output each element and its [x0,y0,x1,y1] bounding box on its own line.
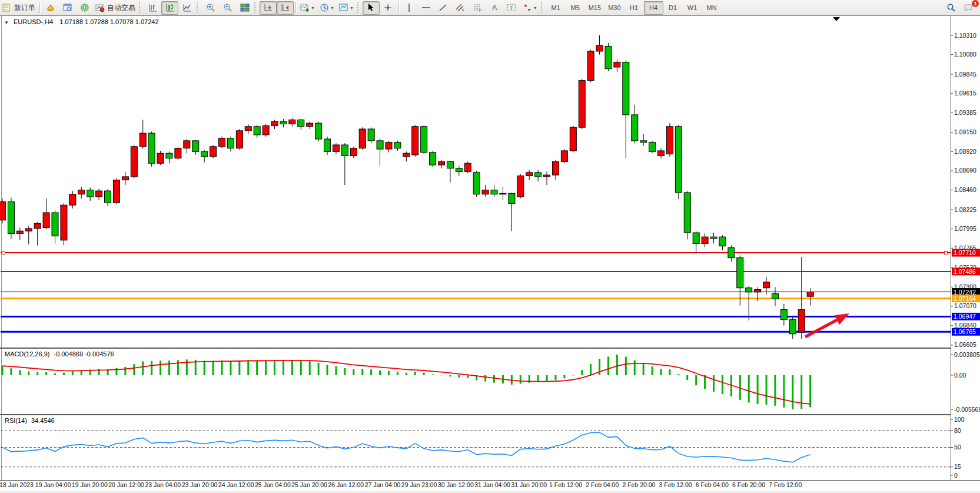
timeframe-button-h1[interactable]: H1 [624,1,644,15]
auto-trading-button[interactable]: 自动交易 [93,1,138,15]
candle [236,129,242,150]
hline-handle[interactable] [2,252,5,254]
equidistant-channel-tool-button[interactable]: E [452,1,469,15]
date-label: 31 Jan 20:00 [511,481,547,488]
chart-canvas[interactable]: 1.103101.100801.098451.096151.093851.091… [0,15,980,493]
svg-text:1.07070: 1.07070 [954,302,976,309]
date-label: 29 Jan 23:00 [401,481,437,488]
notification-count-badge: 1 [971,0,979,8]
timeframe-button-m15[interactable]: M15 [585,1,604,15]
svg-text:1.07995: 1.07995 [954,225,976,232]
text-tool-button[interactable]: A [486,1,503,15]
timeframe-button-m1[interactable]: M1 [546,1,566,15]
signals-button[interactable] [76,1,93,15]
chart-window[interactable]: 1.103101.100801.098451.096151.093851.091… [0,15,980,493]
timeframe-button-mn[interactable]: MN [702,1,722,15]
price-badge-1.07486: 1.07486 [952,267,980,275]
zoom-out-button[interactable] [219,1,236,15]
svg-text:1.06765: 1.06765 [954,328,976,335]
indicators-dropdown-arrow: ▼ [311,6,315,10]
horizontal-line-icon [421,3,431,12]
new-order-button[interactable]: 新订单 [0,1,38,15]
cursor-icon [366,3,376,12]
crosshair-tool-button[interactable] [380,1,397,15]
tile-windows-icon [240,3,250,12]
templates-button[interactable]: ▼ [337,1,356,15]
trendline-tool-button[interactable] [435,1,452,15]
timeframe-button-w1[interactable]: W1 [683,1,702,15]
price-badge-1.07710: 1.07710 [952,249,980,257]
arrows-tool-button[interactable]: ▼ [520,1,540,15]
date-label: 31 Jan 04:00 [474,481,510,488]
timeframe-group: M1M5M15M30H1H4D1W1MN [546,1,722,15]
periods-button[interactable]: ▼ [317,1,337,15]
svg-text:1.09615: 1.09615 [954,90,976,97]
macd-indicator-label: MACD(12,26,9) -0.004869 -0.004576 [5,350,114,358]
bar-chart-button[interactable] [144,1,161,15]
indicators-button[interactable]: ▼ [298,1,317,15]
svg-text:1.09385: 1.09385 [954,109,976,116]
candle [263,124,269,136]
notifications-button[interactable]: 1 [959,1,976,15]
rsi-value: 34.4546 [31,417,55,424]
svg-text:E: E [462,8,464,12]
svg-text:1.07710: 1.07710 [954,249,976,256]
date-label: 2 Feb 20:00 [622,481,655,488]
hline-handle[interactable] [945,252,948,254]
periods-dropdown-arrow: ▼ [330,6,334,10]
cursor-tool-button[interactable] [363,1,380,15]
price-badge-1.06947: 1.06947 [952,313,980,320]
candle [368,127,374,143]
fibonacci-tool-button[interactable]: F [469,1,486,15]
line-chart-button[interactable] [178,1,195,15]
horizontal-line-tool-button[interactable] [418,1,435,15]
date-label: 26 Jan 12:00 [328,481,364,488]
chart-shift-button[interactable] [277,1,294,15]
tile-windows-button[interactable] [236,1,253,15]
text-label-icon: T [507,3,516,12]
date-label: 27 Jan 04:00 [365,481,401,488]
svg-text:1.06947: 1.06947 [954,313,976,320]
candlestick-chart-button[interactable] [161,1,178,15]
signal-icon [80,3,89,12]
new-order-icon [2,3,12,12]
fibonacci-icon: F [473,3,482,12]
arrows-icon [523,3,532,12]
timeframe-button-m5[interactable]: M5 [566,1,585,15]
one-click-trading-collapse-icon[interactable]: ▼ [4,20,9,25]
auto-trading-label: 自动交易 [107,3,135,13]
rsi-indicator-label: RSI(14) 34.4546 [5,417,55,424]
chart-symbol-period: EURUSD-,H4 [14,18,53,25]
price-badge-1.07164: 1.07164 [952,295,980,302]
candle [587,49,594,82]
text-label-tool-button[interactable]: T [503,1,520,15]
macd-values: -0.004869 -0.004576 [54,350,114,358]
timeframe-button-m30[interactable]: M30 [604,1,624,15]
clock-icon [320,3,329,12]
rsi-name: RSI(14) [5,417,27,424]
candle [359,127,366,150]
templates-dropdown-arrow: ▼ [350,6,354,10]
candle [517,174,524,198]
candle [561,149,567,163]
timeframe-button-h4[interactable]: H4 [644,1,663,15]
market-watch-button[interactable] [59,1,76,15]
template-icon [339,3,348,12]
svg-text:F: F [479,9,481,12]
candle [666,123,673,157]
chart-title: ▼ EURUSD-,H4 1.07188 1.07288 1.07078 1.0… [4,18,159,25]
auto-scroll-button[interactable] [260,1,277,15]
macd-name: MACD(12,26,9) [5,350,49,358]
zoom-in-button[interactable] [202,1,219,15]
candle [210,145,217,158]
depth-of-market-button[interactable] [42,1,59,15]
candle [430,151,436,167]
date-label: 19 Jan 04:00 [35,481,71,488]
bar-chart-icon [148,3,158,12]
timeframe-button-d1[interactable]: D1 [663,1,683,15]
search-button[interactable] [942,1,959,15]
chart-ohlc-values: 1.07188 1.07288 1.07078 1.07242 [59,18,158,25]
vertical-line-tool-button[interactable] [401,1,418,15]
indicators-icon [300,3,310,12]
date-label: 20 Jan 12:00 [108,481,144,488]
